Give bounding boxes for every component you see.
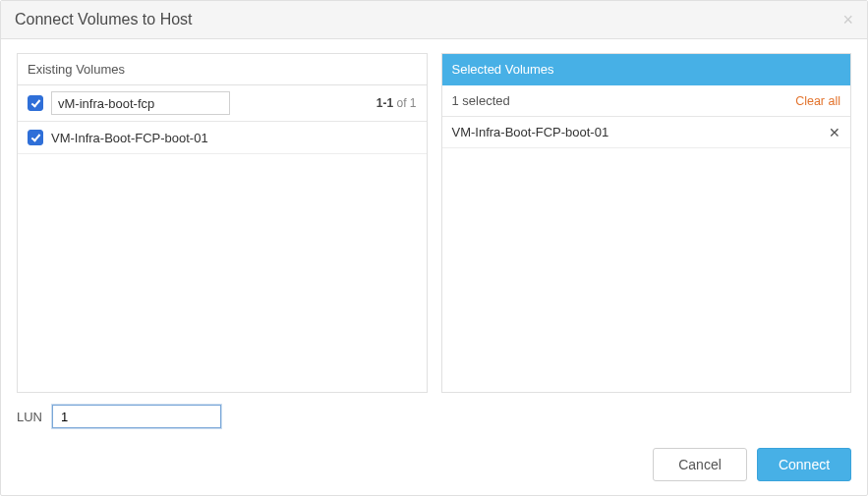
close-icon[interactable]: × (842, 11, 853, 28)
select-all-checkbox[interactable] (28, 95, 43, 111)
existing-volumes-pane: Existing Volumes 1-1 of 1 VM-Infra-Boot-… (17, 53, 428, 393)
lun-row: LUN (17, 405, 851, 428)
volume-checkbox[interactable] (28, 130, 43, 145)
volume-search-input[interactable] (51, 91, 230, 115)
dialog-title: Connect Volumes to Host (15, 11, 193, 28)
clear-all-link[interactable]: Clear all (795, 94, 840, 108)
dialog-footer: Cancel Connect (1, 438, 867, 495)
existing-search-row: 1-1 of 1 (18, 85, 427, 122)
volume-label: VM-Infra-Boot-FCP-boot-01 (51, 131, 208, 145)
result-count-range: 1-1 (376, 96, 393, 110)
remove-icon[interactable]: ✕ (829, 126, 840, 139)
selected-summary-row: 1 selected Clear all (442, 85, 851, 117)
selected-volumes-header: Selected Volumes (442, 54, 851, 85)
dialog-header: Connect Volumes to Host × (1, 1, 867, 39)
list-item[interactable]: VM-Infra-Boot-FCP-boot-01 (18, 122, 427, 154)
connect-volumes-dialog: Connect Volumes to Host × Existing Volum… (0, 0, 868, 496)
cancel-button[interactable]: Cancel (653, 448, 747, 481)
selected-volumes-pane: Selected Volumes 1 selected Clear all VM… (441, 53, 852, 393)
selected-volumes-list[interactable]: VM-Infra-Boot-FCP-boot-01 ✕ (442, 117, 851, 392)
result-count-of: of 1 (396, 96, 416, 110)
lun-label: LUN (17, 410, 42, 424)
selected-volume-label: VM-Infra-Boot-FCP-boot-01 (452, 125, 609, 139)
dialog-body: Existing Volumes 1-1 of 1 VM-Infra-Boot-… (1, 39, 867, 438)
existing-volumes-list[interactable]: VM-Infra-Boot-FCP-boot-01 (18, 122, 427, 392)
connect-button[interactable]: Connect (757, 448, 851, 481)
list-item: VM-Infra-Boot-FCP-boot-01 ✕ (442, 117, 851, 148)
lun-input[interactable] (52, 405, 221, 428)
selected-count-label: 1 selected (452, 93, 510, 108)
result-count: 1-1 of 1 (376, 96, 417, 110)
panes: Existing Volumes 1-1 of 1 VM-Infra-Boot-… (17, 53, 851, 393)
existing-volumes-header: Existing Volumes (18, 54, 427, 85)
